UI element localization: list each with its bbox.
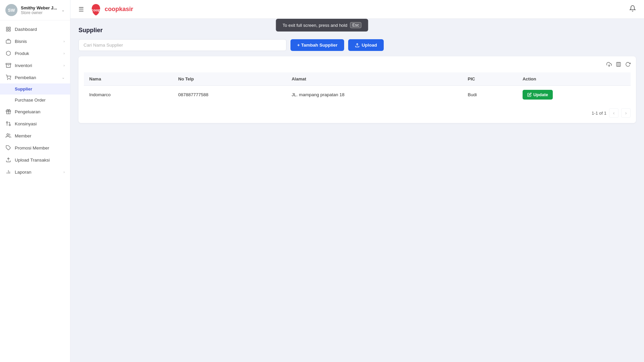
sidebar: SW Smithy Weber J... Store owner ⌄ Dashb… [0,0,70,362]
chevron-down-icon: ⌄ [61,8,65,12]
sidebar-item-pengeluaran[interactable]: Pengeluaran [0,106,70,118]
search-input-wrap [78,39,286,51]
main-area: ☰ coop coopkasir To exit full screen, pr… [70,0,644,362]
cell-no-telp: 087887777588 [173,86,286,104]
cell-action: Update [517,86,631,104]
svg-rect-5 [9,29,10,31]
sidebar-item-purchase-order[interactable]: Purchase Order [0,95,70,106]
fullscreen-toast: To exit full screen, press and hold Esc [276,19,368,32]
search-input[interactable] [78,39,286,51]
sidebar-label-purchase-order: Purchase Order [15,98,65,103]
pagination-prev-button[interactable]: ‹ [609,108,619,118]
supplier-table: Nama No Telp Alamat PIC Action Indomarco… [84,72,631,104]
user-role: Store owner [21,10,58,15]
sidebar-item-laporan[interactable]: Laporan › [0,166,70,178]
toast-esc-key: Esc [350,22,361,28]
table-toolbar [84,62,631,68]
dashboard-icon [5,26,11,32]
pagination: 1-1 of 1 ‹ › [84,108,631,118]
columns-icon[interactable] [616,62,621,68]
pagination-next-button[interactable]: › [621,108,631,118]
col-nama: Nama [84,72,173,86]
chevron-right-icon: › [63,39,65,43]
sidebar-item-bisnis[interactable]: Bisnis › [0,35,70,47]
cell-nama: Indomarco [84,86,173,104]
col-no-telp: No Telp [173,72,286,86]
sidebar-label-laporan: Laporan [15,170,60,175]
promosi-icon [5,145,11,151]
hamburger-icon[interactable]: ☰ [78,6,84,13]
sidebar-item-promosi-member[interactable]: Promosi Member [0,142,70,154]
notification-icon[interactable] [629,5,636,13]
search-actions-bar: + Tambah Supplier Upload [78,39,636,51]
sidebar-item-produk[interactable]: Produk › [0,47,70,59]
topbar-right [629,5,636,13]
sidebar-item-dashboard[interactable]: Dashboard [0,23,70,35]
inventori-icon [5,62,11,68]
logo-kasir: kasir [119,6,133,12]
sidebar-label-bisnis: Bisnis [15,39,60,44]
logo-text: coopkasir [105,6,133,13]
sidebar-label-pembelian: Pembelian [15,75,58,80]
col-pic: PIC [462,72,517,86]
supplier-table-card: Nama No Telp Alamat PIC Action Indomarco… [78,56,636,123]
sidebar-label-member: Member [15,133,65,138]
sidebar-label-inventori: Inventori [15,63,60,68]
konsinyasi-icon [5,121,11,127]
svg-rect-4 [6,29,8,31]
logo-coop: coop [105,6,119,12]
toast-message: To exit full screen, press and hold [283,23,347,28]
add-supplier-button[interactable]: + Tambah Supplier [290,39,344,51]
user-name: Smithy Weber J... [21,5,58,10]
upload-icon [355,43,360,48]
svg-text:coop: coop [92,8,101,12]
sidebar-label-upload-transaksi: Upload Transaksi [15,158,65,163]
table-body: Indomarco 087887777588 JL. mampang prapa… [84,86,631,104]
sidebar-item-pembelian[interactable]: Pembelian ⌄ [0,71,70,83]
chevron-right-icon: › [63,170,65,174]
sidebar-item-konsinyasi[interactable]: Konsinyasi [0,118,70,130]
svg-point-9 [7,79,8,79]
sidebar-item-upload-transaksi[interactable]: Upload Transaksi [0,154,70,166]
sidebar-label-produk: Produk [15,51,60,56]
sidebar-item-inventori[interactable]: Inventori › [0,59,70,71]
pagination-info: 1-1 of 1 [592,111,606,116]
sidebar-nav: Dashboard Bisnis › Produk › Inventori › [0,20,70,362]
svg-rect-6 [6,40,10,43]
avatar: SW [5,4,17,16]
col-alamat: Alamat [286,72,462,86]
svg-point-11 [9,124,10,126]
chevron-down-icon: ⌄ [62,75,65,80]
bisnis-icon [5,38,11,44]
logo: coop coopkasir [89,3,133,16]
svg-text:SW: SW [8,8,15,13]
sidebar-label-dashboard: Dashboard [15,27,65,32]
upload-button[interactable]: Upload [348,39,384,51]
sidebar-item-supplier[interactable]: Supplier [0,83,70,95]
content-area: Supplier + Tambah Supplier Upload [70,19,644,362]
cloud-download-icon[interactable] [606,62,612,68]
topbar-left: ☰ coop coopkasir [78,3,133,16]
sidebar-user-header[interactable]: SW Smithy Weber J... Store owner ⌄ [0,0,70,20]
sidebar-label-konsinyasi: Konsinyasi [15,121,65,126]
cell-alamat: JL. mampang prapatan 18 [286,86,462,104]
upload-transaksi-icon [5,157,11,163]
update-button[interactable]: Update [523,90,553,100]
member-icon [5,133,11,139]
svg-rect-3 [9,27,10,29]
svg-point-12 [6,122,8,123]
user-info: Smithy Weber J... Store owner [21,5,58,15]
table-row: Indomarco 087887777588 JL. mampang prapa… [84,86,631,104]
col-action: Action [517,72,631,86]
svg-rect-2 [6,27,8,29]
pembelian-icon [5,74,11,80]
svg-point-14 [7,134,8,135]
chevron-right-icon: › [63,51,65,55]
svg-rect-23 [616,62,621,66]
chevron-right-icon: › [63,63,65,67]
edit-icon [527,93,532,97]
sidebar-item-member[interactable]: Member [0,130,70,142]
sidebar-label-pengeluaran: Pengeluaran [15,109,65,114]
refresh-icon[interactable] [625,62,631,68]
upload-label: Upload [362,43,377,48]
